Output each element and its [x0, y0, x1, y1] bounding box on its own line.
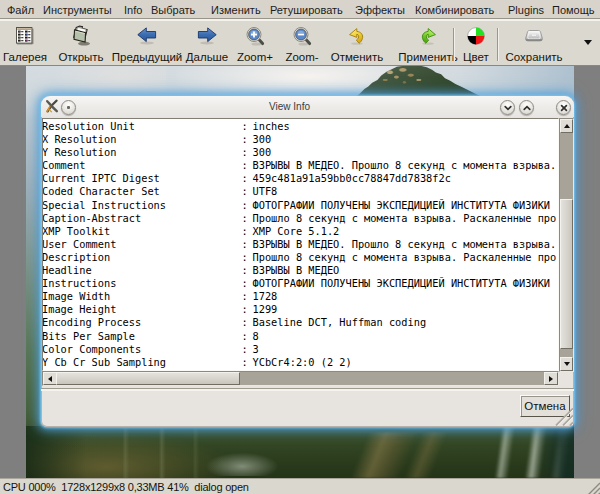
- metadata-separator: :: [242, 133, 248, 146]
- metadata-row[interactable]: Image Height:1299: [42, 303, 559, 316]
- icon-image: [68, 25, 94, 47]
- status-resize-grip[interactable]: [586, 481, 600, 494]
- toolbar-button-label: Открыть: [58, 51, 103, 63]
- metadata-row[interactable]: Y Resolution:300: [42, 146, 559, 159]
- scroll-down-button[interactable]: [560, 357, 573, 371]
- menu-combine[interactable]: Комбинировать: [415, 0, 494, 19]
- metadata-value: 300: [253, 146, 272, 159]
- metadata-key: Instructions: [42, 277, 116, 290]
- vertical-scrollbar[interactable]: [559, 118, 574, 372]
- metadata-key: Current IPTC Digest: [42, 172, 160, 185]
- close-button[interactable]: [556, 100, 571, 115]
- undo-icon: [348, 24, 366, 48]
- maximize-button[interactable]: [519, 100, 534, 115]
- minimize-button[interactable]: [500, 100, 515, 115]
- metadata-separator: :: [242, 172, 248, 185]
- menu-effects[interactable]: Эффекты: [355, 0, 405, 19]
- close-icon: [559, 103, 569, 113]
- metadata-key: XMP Toolkit: [42, 225, 110, 238]
- metadata-row[interactable]: Bits Per Sample:8: [42, 330, 559, 343]
- metadata-value: UTF8: [253, 185, 278, 198]
- icon-image: [524, 29, 544, 43]
- metadata-value: Baseline DCT, Huffman coding: [253, 316, 427, 329]
- menu-tools[interactable]: Инструменты: [43, 0, 112, 19]
- menu-select[interactable]: Выбрать: [151, 0, 195, 19]
- menu-edit[interactable]: Изменить: [211, 0, 261, 19]
- metadata-key: Bits Per Sample: [42, 330, 135, 343]
- menu-plugins[interactable]: Plugins: [508, 0, 544, 19]
- metadata-value: YCbCr4:2:0 (2 2): [253, 356, 352, 369]
- metadata-value: 459c481a91a59bb0cc78847dd7838f2c: [253, 172, 451, 185]
- menu-help[interactable]: Помощь: [552, 0, 595, 19]
- scroll-left-button[interactable]: [43, 372, 57, 385]
- vertical-scrollbar-thumb[interactable]: [560, 199, 573, 349]
- metadata-key: Encoding Process: [42, 316, 141, 329]
- metadata-row[interactable]: Special Instructions:ФОТОГРАФИИ ПОЛУЧЕНЫ…: [42, 199, 559, 212]
- menu-dot-button[interactable]: [61, 100, 76, 115]
- metadata-value: XMP Core 5.1.2: [253, 225, 340, 238]
- metadata-key: Coded Character Set: [42, 185, 160, 198]
- toolbar-overflow-chevron-down-icon[interactable]: [584, 40, 592, 45]
- metadata-row[interactable]: Instructions:ФОТОГРАФИИ ПОЛУЧЕНЫ ЭКСПЕДИ…: [42, 277, 559, 290]
- metadata-value: ВЗРЫВЫ В МЕДЕО. Прошло 8 секунд с момент…: [253, 238, 557, 251]
- status-bar: CPU 000% 1728x1299x8 0,33MB 41% dialog o…: [0, 478, 600, 494]
- metadata-row[interactable]: XMP Toolkit:XMP Core 5.1.2: [42, 225, 559, 238]
- metadata-row[interactable]: Image Width:1728: [42, 290, 559, 303]
- metadata-separator: :: [242, 343, 248, 356]
- metadata-row[interactable]: Color Components:3: [42, 343, 559, 356]
- menu-retouch[interactable]: Ретушировать: [270, 0, 343, 19]
- metadata-value: ФОТОГРАФИИ ПОЛУЧЕНЫ ЭКСПЕДИЦИЕЙ ИНСТИТУТ…: [253, 199, 560, 212]
- metadata-value: ВЗРЫВЫ В МЕДЕО: [253, 264, 340, 277]
- metadata-separator: :: [242, 120, 248, 133]
- metadata-value: Прошло 8 секунд с момента взрыва. Раскал…: [253, 251, 557, 264]
- photo-peak-rocks: [366, 67, 446, 91]
- metadata-row[interactable]: X Resolution:300: [42, 133, 559, 146]
- application-window: Файл Инструменты Info Выбрать Изменить Р…: [0, 0, 600, 494]
- menu-file[interactable]: Файл: [7, 0, 34, 19]
- metadata-value: Прошло 8 секунд с момента взрыва. Раскал…: [253, 212, 557, 225]
- color-wheel-icon: [467, 24, 485, 48]
- metadata-row[interactable]: Description:Прошло 8 секунд с момента вз…: [42, 251, 559, 264]
- metadata-value: 300: [253, 133, 272, 146]
- toolbar-separator: [497, 28, 499, 61]
- metadata-row[interactable]: Resolution Unit:inches: [42, 120, 559, 133]
- metadata-row[interactable]: User Comment:ВЗРЫВЫ В МЕДЕО. Прошло 8 се…: [42, 238, 559, 251]
- metadata-row[interactable]: Y Cb Cr Sub Sampling:YCbCr4:2:0 (2 2): [42, 356, 559, 369]
- metadata-key: Image Height: [42, 303, 116, 316]
- toolbar-button-label: Отменить: [331, 51, 384, 63]
- metadata-separator: :: [242, 199, 248, 212]
- icon-image: [292, 26, 312, 47]
- metadata-list[interactable]: Resolution Unit:inchesX Resolution:300Y …: [42, 118, 559, 371]
- dialog-resize-grip[interactable]: [550, 407, 573, 426]
- metadata-separator: :: [242, 212, 248, 225]
- metadata-separator: :: [242, 316, 248, 329]
- photo-scree-patch: [204, 452, 280, 476]
- horizontal-scrollbar-thumb[interactable]: [56, 372, 240, 385]
- metadata-separator: :: [242, 330, 248, 343]
- image-canvas: View Info Resolution Unit:inchesX Resolu…: [0, 66, 600, 478]
- dialog-separator: [41, 388, 574, 391]
- view-info-dialog: View Info Resolution Unit:inchesX Resolu…: [41, 96, 574, 427]
- dialog-title: View Info: [269, 101, 310, 112]
- menu-info[interactable]: Info: [124, 0, 142, 19]
- metadata-row[interactable]: Headline:ВЗРЫВЫ В МЕДЕО: [42, 264, 559, 277]
- scroll-right-button[interactable]: [544, 372, 558, 385]
- metadata-value: 1728: [253, 290, 278, 303]
- metadata-key: Comment: [42, 159, 85, 172]
- metadata-key: User Comment: [42, 238, 116, 251]
- metadata-row[interactable]: Coded Character Set:UTF8: [42, 185, 559, 198]
- metadata-row[interactable]: Caption-Abstract:Прошло 8 секунд с момен…: [42, 212, 559, 225]
- zoom-out-icon: [292, 24, 312, 48]
- horizontal-scrollbar[interactable]: [42, 371, 559, 386]
- toolbar: Галерея Открыть Предыдущий: [0, 21, 600, 66]
- scroll-up-button[interactable]: [560, 119, 573, 133]
- metadata-separator: :: [242, 264, 248, 277]
- metadata-row[interactable]: Current IPTC Digest:459c481a91a59bb0cc78…: [42, 172, 559, 185]
- metadata-row[interactable]: Comment:ВЗРЫВЫ В МЕДЕО. Прошло 8 секунд …: [42, 159, 559, 172]
- save-button[interactable]: Сохранить: [489, 24, 579, 63]
- metadata-row[interactable]: Encoding Process:Baseline DCT, Huffman c…: [42, 316, 559, 329]
- dialog-titlebar[interactable]: View Info: [41, 96, 574, 117]
- metadata-separator: :: [242, 185, 248, 198]
- photo-dark-left-edge: [26, 426, 86, 478]
- icon-image: [467, 27, 485, 45]
